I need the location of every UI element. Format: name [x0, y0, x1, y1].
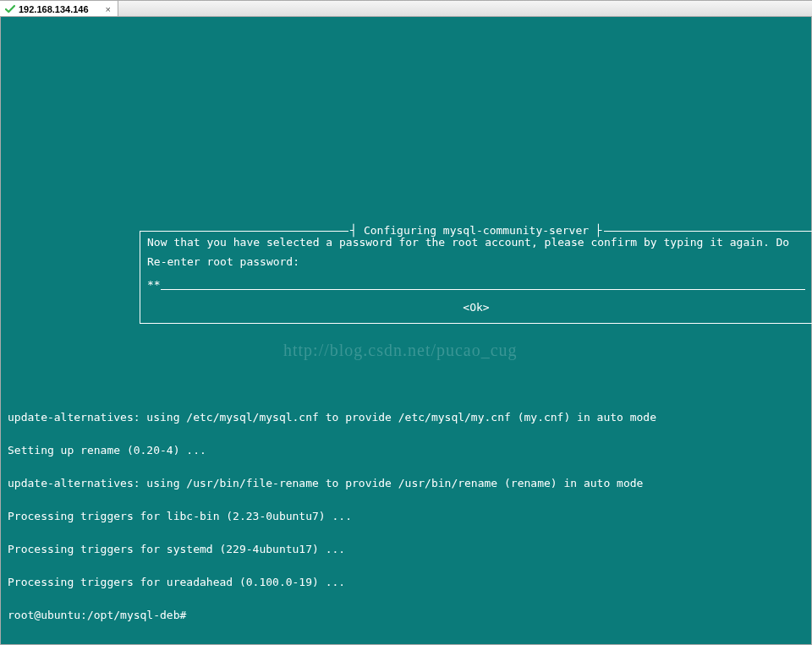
tab-close-icon[interactable]: × [106, 4, 111, 14]
output-line: update-alternatives: using /usr/bin/file… [8, 478, 656, 489]
watermark-text: http://blog.csdn.net/pucao_cug [283, 345, 518, 356]
ok-button[interactable]: <Ok> [463, 301, 489, 314]
password-masked: ** [147, 279, 161, 290]
output-line: Processing triggers for systemd (229-4ub… [8, 544, 656, 555]
output-line: Setting up rename (0.20-4) ... [8, 445, 656, 456]
dialog-title-row: ┤ Configuring mysql-community-server ├ [140, 225, 812, 236]
dialog-prompt: Re-enter root password: [147, 256, 805, 267]
connected-icon [5, 4, 15, 14]
shell-prompt[interactable]: root@ubuntu:/opt/mysql-deb# [8, 609, 656, 620]
tab-title: 192.168.134.146 [19, 4, 89, 14]
password-underline [161, 280, 805, 290]
password-field[interactable]: ** [147, 279, 805, 290]
config-dialog: ┤ Configuring mysql-community-server ├ N… [140, 231, 812, 324]
output-line: Processing triggers for ureadahead (0.10… [8, 577, 656, 588]
terminal[interactable]: ┤ Configuring mysql-community-server ├ N… [0, 17, 812, 645]
dialog-title: Configuring mysql-community-server [364, 224, 589, 237]
dialog-message: Now that you have selected a password fo… [147, 237, 805, 248]
session-tab[interactable]: 192.168.134.146 × [0, 1, 118, 16]
terminal-output: update-alternatives: using /etc/mysql/my… [8, 390, 656, 642]
output-line: update-alternatives: using /etc/mysql/my… [8, 412, 656, 423]
tab-bar: 192.168.134.146 × [0, 0, 812, 17]
output-line: Processing triggers for libc-bin (2.23-0… [8, 511, 656, 522]
